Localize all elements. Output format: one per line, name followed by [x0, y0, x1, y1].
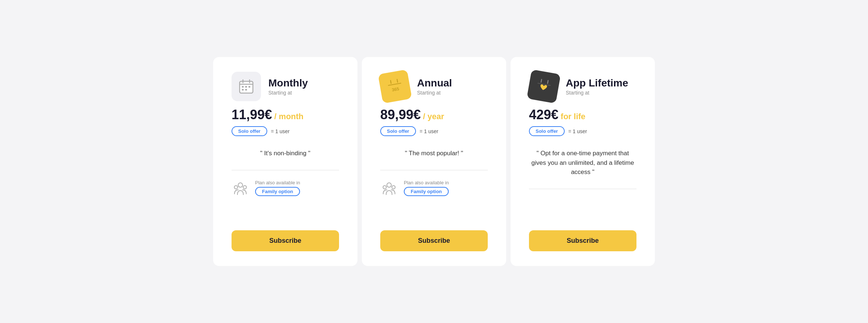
family-text-group: Plan also available in Family option: [255, 180, 300, 196]
starting-at-label: Starting at: [268, 90, 308, 96]
price-row: 429€ for life: [529, 107, 636, 123]
one-user-label: = 1 user: [568, 128, 587, 134]
one-user-label: = 1 user: [420, 128, 438, 134]
svg-point-10: [234, 185, 238, 189]
divider: [380, 170, 488, 170]
pricing-cards: Monthly Starting at 11,99€ / month Solo …: [213, 57, 655, 266]
svg-line-15: [397, 79, 398, 82]
price-amount: 89,99€: [380, 107, 421, 123]
calendar-monthly-icon: [232, 72, 261, 101]
subscribe-button[interactable]: Subscribe: [232, 230, 339, 251]
card-header: Monthly Starting at: [232, 72, 339, 101]
price-amount: 429€: [529, 107, 558, 123]
family-text-group: Plan also available in Family option: [404, 180, 449, 196]
svg-point-11: [243, 185, 247, 189]
calendar-lifetime-icon: [527, 70, 561, 104]
no-family-spacer: [529, 198, 636, 220]
price-period: for life: [561, 112, 585, 121]
divider: [232, 170, 339, 170]
pricing-card-monthly: Monthly Starting at 11,99€ / month Solo …: [213, 57, 357, 266]
solo-badge-row: Solo offer = 1 user: [232, 126, 339, 136]
svg-line-14: [391, 81, 391, 84]
family-section: Plan also available in Family option: [232, 179, 339, 197]
svg-point-18: [383, 185, 387, 189]
solo-offer-badge[interactable]: Solo offer: [380, 126, 416, 136]
pricing-card-lifetime: App Lifetime Starting at 429€ for life S…: [511, 57, 655, 266]
card-header: App Lifetime Starting at: [529, 72, 636, 101]
starting-at-label: Starting at: [566, 90, 628, 96]
starting-at-label: Starting at: [417, 90, 452, 96]
family-available-label: Plan also available in: [255, 180, 300, 185]
tagline: " Opt for a one-time payment that gives …: [529, 149, 636, 177]
svg-rect-7: [242, 89, 244, 90]
price-period: / month: [274, 112, 303, 121]
price-period: / year: [423, 112, 444, 121]
svg-rect-4: [242, 86, 244, 88]
one-user-label: = 1 user: [271, 128, 290, 134]
solo-badge-row: Solo offer = 1 user: [380, 126, 488, 136]
card-title: Annual: [417, 78, 452, 89]
family-icon: [232, 179, 249, 197]
card-header: 365 Annual Starting at: [380, 72, 488, 101]
price-amount: 11,99€: [232, 107, 272, 123]
solo-badge-row: Solo offer = 1 user: [529, 126, 636, 136]
divider: [529, 189, 636, 189]
svg-rect-5: [245, 86, 247, 88]
tagline: " The most popular! ": [380, 149, 488, 158]
card-title: App Lifetime: [566, 78, 628, 89]
card-title-group: App Lifetime Starting at: [566, 78, 628, 96]
tagline: " It's non-binding ": [232, 149, 339, 158]
card-title-group: Monthly Starting at: [268, 78, 308, 96]
family-option-badge[interactable]: Family option: [255, 187, 300, 196]
card-title-group: Annual Starting at: [417, 78, 452, 96]
svg-point-9: [238, 183, 243, 187]
family-section: Plan also available in Family option: [380, 179, 488, 197]
calendar-365-icon: 365: [378, 70, 412, 104]
svg-point-19: [392, 185, 395, 189]
family-available-label: Plan also available in: [404, 180, 449, 185]
svg-line-23: [548, 81, 548, 84]
solo-offer-badge[interactable]: Solo offer: [529, 126, 565, 136]
svg-rect-8: [245, 89, 247, 90]
price-row: 89,99€ / year: [380, 107, 488, 123]
pricing-card-annual: 365 Annual Starting at 89,99€ / year Sol…: [362, 57, 506, 266]
solo-offer-badge[interactable]: Solo offer: [232, 126, 267, 136]
subscribe-button[interactable]: Subscribe: [529, 230, 636, 251]
card-title: Monthly: [268, 78, 308, 89]
family-option-badge[interactable]: Family option: [404, 187, 449, 196]
subscribe-button[interactable]: Subscribe: [380, 230, 488, 251]
svg-line-22: [541, 79, 541, 82]
family-icon: [380, 179, 398, 197]
svg-rect-6: [248, 86, 250, 88]
svg-point-17: [387, 183, 391, 187]
price-row: 11,99€ / month: [232, 107, 339, 123]
